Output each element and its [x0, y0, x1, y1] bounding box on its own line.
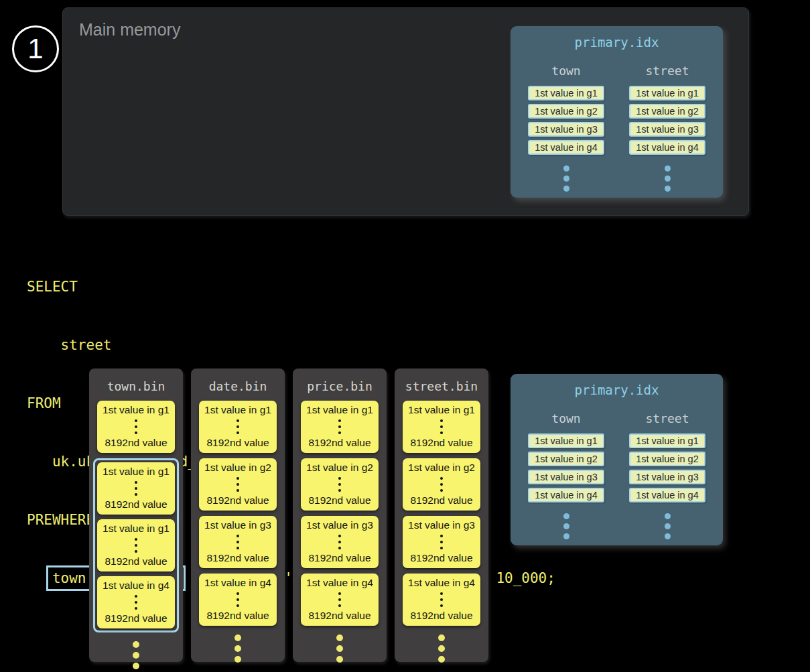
primary-idx-column-headers: town street — [511, 64, 723, 78]
granule-block: 1st value in g4 8192nd value — [403, 574, 480, 626]
granule-block: 1st value in g3 8192nd value — [199, 516, 277, 568]
ellipsis-dots — [338, 474, 341, 494]
index-entry-chip: 1st value in g4 — [629, 488, 705, 502]
index-column-town: 1st value in g1 1st value in g2 1st valu… — [528, 433, 604, 539]
index-entry-chip: 1st value in g4 — [528, 488, 604, 502]
granule-first-value: 1st value in g4 — [408, 577, 475, 589]
index-entry-chip: 1st value in g3 — [629, 122, 705, 137]
ellipsis-dots — [234, 634, 241, 663]
granule-first-value: 1st value in g2 — [408, 462, 475, 474]
index-entry-chip: 1st value in g2 — [528, 452, 604, 466]
granule-block: 1st value in g4 8192nd value — [97, 576, 175, 628]
granule-first-value: 1st value in g1 — [408, 404, 475, 416]
ellipsis-dots — [440, 589, 443, 610]
granule-first-value: 1st value in g3 — [204, 519, 271, 531]
index-column-town: 1st value in g1 1st value in g2 1st valu… — [528, 86, 604, 192]
primary-idx-panel-top: primary.idx town street 1st value in g1 … — [511, 26, 723, 198]
ellipsis-dots — [440, 416, 443, 437]
granule-last-value: 8192nd value — [410, 494, 472, 507]
ellipsis-dots — [665, 513, 671, 539]
ellipsis-dots — [440, 531, 443, 552]
index-entry-chip: 1st value in g2 — [629, 452, 705, 466]
ellipsis-dots — [237, 531, 239, 552]
main-memory-title: Main memory — [79, 20, 180, 40]
granule-first-value: 1st value in g1 — [204, 404, 271, 416]
sql-line: street — [27, 336, 555, 355]
granule-block: 1st value in g3 8192nd value — [403, 516, 480, 568]
sql-line: SELECT — [27, 277, 555, 297]
granule-first-value: 1st value in g2 — [306, 462, 373, 474]
granule-first-value: 1st value in g1 — [103, 404, 170, 416]
granule-first-value: 1st value in g4 — [103, 580, 170, 592]
bin-title: street.bin — [405, 379, 478, 393]
ellipsis-dots — [438, 634, 445, 663]
granule-first-value: 1st value in g1 — [306, 404, 373, 416]
primary-idx-columns: 1st value in g1 1st value in g2 1st valu… — [511, 86, 723, 192]
bin-column-town: town.bin 1st value in g1 8192nd value 1s… — [89, 368, 183, 662]
granule-first-value: 1st value in g3 — [408, 519, 475, 531]
granule-last-value: 8192nd value — [105, 612, 167, 624]
primary-idx-columns: 1st value in g1 1st value in g2 1st valu… — [511, 433, 723, 539]
ellipsis-dots — [237, 416, 239, 437]
granule-last-value: 8192nd value — [105, 498, 167, 511]
index-entry-chip: 1st value in g3 — [629, 470, 705, 484]
granule-block: 1st value in g1 8192nd value — [97, 462, 175, 515]
ellipsis-dots — [440, 474, 443, 494]
ellipsis-dots — [563, 165, 569, 192]
bin-column-street: street.bin 1st value in g1 8192nd value … — [395, 368, 488, 662]
ellipsis-dots — [665, 165, 671, 192]
column-header-town: town — [528, 411, 604, 425]
granule-block: 1st value in g2 8192nd value — [403, 458, 480, 511]
step-1-badge: 1 — [12, 25, 59, 72]
step-1-number: 1 — [27, 33, 43, 65]
granule-block: 1st value in g4 8192nd value — [199, 574, 277, 626]
index-column-street: 1st value in g1 1st value in g2 1st valu… — [629, 86, 705, 192]
granule-last-value: 8192nd value — [308, 494, 370, 507]
granule-last-value: 8192nd value — [206, 494, 269, 507]
granule-last-value: 8192nd value — [308, 552, 370, 564]
index-column-street: 1st value in g1 1st value in g2 1st valu… — [629, 433, 705, 539]
index-entry-chip: 1st value in g1 — [629, 433, 705, 448]
granule-last-value: 8192nd value — [410, 552, 472, 564]
granule-last-value: 8192nd value — [105, 437, 167, 449]
granule-block: 1st value in g1 8192nd value — [97, 401, 175, 453]
index-entry-chip: 1st value in g4 — [528, 140, 604, 155]
primary-idx-title: primary.idx — [511, 383, 723, 397]
granule-first-value: 1st value in g4 — [306, 577, 373, 589]
ellipsis-dots — [336, 634, 343, 663]
index-entry-chip: 1st value in g2 — [629, 104, 705, 119]
bin-title: date.bin — [209, 379, 267, 393]
index-entry-chip: 1st value in g4 — [629, 140, 705, 155]
ellipsis-dots — [135, 478, 137, 498]
primary-idx-panel-bottom: primary.idx town street 1st value in g1 … — [511, 374, 723, 545]
granule-block: 1st value in g3 8192nd value — [301, 516, 379, 568]
granule-first-value: 1st value in g1 — [103, 523, 170, 535]
ellipsis-dots — [135, 592, 137, 612]
granule-block: 1st value in g2 8192nd value — [199, 458, 277, 511]
selected-granules-highlight: 1st value in g1 8192nd value 1st value i… — [93, 458, 179, 632]
granule-block: 1st value in g1 8192nd value — [301, 401, 379, 453]
ellipsis-dots — [338, 589, 341, 610]
primary-idx-column-headers: town street — [511, 411, 723, 425]
ellipsis-dots — [237, 474, 239, 494]
primary-idx-title: primary.idx — [511, 35, 723, 50]
granule-first-value: 1st value in g2 — [204, 462, 271, 474]
granule-last-value: 8192nd value — [410, 437, 472, 449]
granule-first-value: 1st value in g1 — [103, 466, 170, 478]
index-entry-chip: 1st value in g1 — [629, 86, 705, 100]
granule-last-value: 8192nd value — [308, 437, 370, 449]
ellipsis-dots — [338, 531, 341, 552]
granule-block: 1st value in g1 8192nd value — [403, 401, 480, 453]
granule-last-value: 8192nd value — [206, 610, 269, 622]
ellipsis-dots — [563, 513, 569, 539]
granule-block: 1st value in g1 8192nd value — [199, 401, 277, 453]
index-entry-chip: 1st value in g3 — [528, 470, 604, 484]
bin-title: price.bin — [307, 379, 373, 393]
index-entry-chip: 1st value in g3 — [528, 122, 604, 137]
column-header-street: street — [629, 411, 705, 425]
granule-last-value: 8192nd value — [308, 610, 370, 622]
ellipsis-dots — [133, 641, 139, 669]
granule-block: 1st value in g1 8192nd value — [97, 519, 175, 572]
granule-first-value: 1st value in g3 — [306, 519, 373, 531]
granule-first-value: 1st value in g4 — [204, 577, 271, 589]
